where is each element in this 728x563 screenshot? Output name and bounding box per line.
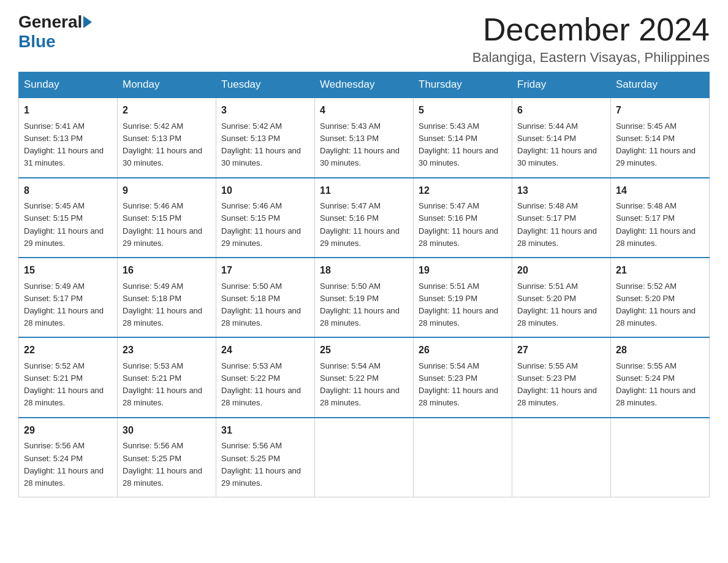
calendar-day-19: 19 Sunrise: 5:51 AMSunset: 5:19 PMDaylig… xyxy=(414,258,512,337)
calendar-day-25: 25 Sunrise: 5:54 AMSunset: 5:22 PMDaylig… xyxy=(315,337,414,417)
day-number: 4 xyxy=(320,103,408,118)
calendar-day-7: 7 Sunrise: 5:45 AMSunset: 5:14 PMDayligh… xyxy=(611,98,710,177)
calendar-week-3: 15 Sunrise: 5:49 AMSunset: 5:17 PMDaylig… xyxy=(19,258,710,337)
day-info: Sunrise: 5:42 AMSunset: 5:13 PMDaylight:… xyxy=(123,121,202,167)
day-info: Sunrise: 5:48 AMSunset: 5:17 PMDaylight:… xyxy=(517,201,597,247)
day-number: 11 xyxy=(320,183,408,199)
empty-cell xyxy=(315,418,414,497)
calendar-day-1: 1 Sunrise: 5:41 AMSunset: 5:13 PMDayligh… xyxy=(19,98,118,177)
day-info: Sunrise: 5:45 AMSunset: 5:15 PMDaylight:… xyxy=(24,201,104,247)
day-number: 18 xyxy=(320,263,408,278)
calendar-week-1: 1 Sunrise: 5:41 AMSunset: 5:13 PMDayligh… xyxy=(19,98,710,177)
calendar-day-9: 9 Sunrise: 5:46 AMSunset: 5:15 PMDayligh… xyxy=(118,178,216,258)
day-number: 5 xyxy=(419,103,507,118)
empty-cell xyxy=(611,418,710,497)
calendar-day-6: 6 Sunrise: 5:44 AMSunset: 5:14 PMDayligh… xyxy=(512,98,611,177)
calendar-day-18: 18 Sunrise: 5:50 AMSunset: 5:19 PMDaylig… xyxy=(315,258,414,337)
weekday-header-tuesday: Tuesday xyxy=(216,72,315,98)
day-number: 17 xyxy=(221,263,309,278)
empty-cell xyxy=(512,418,611,497)
day-number: 31 xyxy=(221,423,309,439)
title-block: December 2024 Balangiga, Eastern Visayas… xyxy=(472,12,710,66)
day-number: 6 xyxy=(517,103,605,118)
day-info: Sunrise: 5:51 AMSunset: 5:20 PMDaylight:… xyxy=(517,282,597,327)
calendar-day-10: 10 Sunrise: 5:46 AMSunset: 5:15 PMDaylig… xyxy=(216,178,315,258)
day-number: 19 xyxy=(419,263,507,278)
day-number: 23 xyxy=(123,343,211,358)
calendar-table: SundayMondayTuesdayWednesdayThursdayFrid… xyxy=(18,72,710,497)
day-number: 26 xyxy=(419,343,507,358)
day-info: Sunrise: 5:47 AMSunset: 5:16 PMDaylight:… xyxy=(419,201,498,247)
calendar-day-16: 16 Sunrise: 5:49 AMSunset: 5:18 PMDaylig… xyxy=(118,258,216,337)
calendar-day-3: 3 Sunrise: 5:42 AMSunset: 5:13 PMDayligh… xyxy=(216,98,315,177)
day-info: Sunrise: 5:54 AMSunset: 5:23 PMDaylight:… xyxy=(419,361,498,407)
calendar-day-15: 15 Sunrise: 5:49 AMSunset: 5:17 PMDaylig… xyxy=(19,258,118,337)
day-info: Sunrise: 5:50 AMSunset: 5:19 PMDaylight:… xyxy=(320,282,400,327)
day-info: Sunrise: 5:46 AMSunset: 5:15 PMDaylight:… xyxy=(123,201,202,247)
day-number: 30 xyxy=(123,423,211,439)
calendar-day-28: 28 Sunrise: 5:55 AMSunset: 5:24 PMDaylig… xyxy=(611,337,710,417)
day-info: Sunrise: 5:43 AMSunset: 5:14 PMDaylight:… xyxy=(419,121,498,167)
day-info: Sunrise: 5:49 AMSunset: 5:17 PMDaylight:… xyxy=(24,282,104,327)
day-number: 7 xyxy=(616,103,704,118)
logo-triangle-icon xyxy=(83,16,92,28)
day-info: Sunrise: 5:43 AMSunset: 5:13 PMDaylight:… xyxy=(320,121,400,167)
day-number: 22 xyxy=(24,343,112,358)
day-number: 12 xyxy=(419,183,507,199)
day-info: Sunrise: 5:56 AMSunset: 5:25 PMDaylight:… xyxy=(221,441,301,487)
calendar-day-27: 27 Sunrise: 5:55 AMSunset: 5:23 PMDaylig… xyxy=(512,337,611,417)
day-info: Sunrise: 5:53 AMSunset: 5:22 PMDaylight:… xyxy=(221,361,301,407)
calendar-day-20: 20 Sunrise: 5:51 AMSunset: 5:20 PMDaylig… xyxy=(512,258,611,337)
calendar-day-24: 24 Sunrise: 5:53 AMSunset: 5:22 PMDaylig… xyxy=(216,337,315,417)
weekday-header-thursday: Thursday xyxy=(414,72,512,98)
day-number: 9 xyxy=(123,183,211,199)
calendar-header-row: SundayMondayTuesdayWednesdayThursdayFrid… xyxy=(19,72,710,98)
day-info: Sunrise: 5:55 AMSunset: 5:23 PMDaylight:… xyxy=(517,361,597,407)
day-number: 8 xyxy=(24,183,112,199)
day-number: 20 xyxy=(517,263,605,278)
logo: General Blue xyxy=(18,12,93,52)
day-info: Sunrise: 5:54 AMSunset: 5:22 PMDaylight:… xyxy=(320,361,400,407)
day-number: 24 xyxy=(221,343,309,358)
day-number: 28 xyxy=(616,343,704,358)
calendar-day-31: 31 Sunrise: 5:56 AMSunset: 5:25 PMDaylig… xyxy=(216,418,315,497)
month-title: December 2024 xyxy=(472,12,710,47)
day-info: Sunrise: 5:51 AMSunset: 5:19 PMDaylight:… xyxy=(419,282,498,327)
page-header: General Blue December 2024 Balangiga, Ea… xyxy=(18,12,710,66)
calendar-day-5: 5 Sunrise: 5:43 AMSunset: 5:14 PMDayligh… xyxy=(414,98,512,177)
day-info: Sunrise: 5:48 AMSunset: 5:17 PMDaylight:… xyxy=(616,201,696,247)
day-info: Sunrise: 5:45 AMSunset: 5:14 PMDaylight:… xyxy=(616,121,696,167)
calendar-week-5: 29 Sunrise: 5:56 AMSunset: 5:24 PMDaylig… xyxy=(19,418,710,497)
day-info: Sunrise: 5:52 AMSunset: 5:20 PMDaylight:… xyxy=(616,282,696,327)
day-info: Sunrise: 5:42 AMSunset: 5:13 PMDaylight:… xyxy=(221,121,301,167)
logo-general-text: General xyxy=(18,12,82,32)
day-number: 2 xyxy=(123,103,211,118)
day-info: Sunrise: 5:52 AMSunset: 5:21 PMDaylight:… xyxy=(24,361,104,407)
day-number: 10 xyxy=(221,183,309,199)
calendar-day-4: 4 Sunrise: 5:43 AMSunset: 5:13 PMDayligh… xyxy=(315,98,414,177)
calendar-week-2: 8 Sunrise: 5:45 AMSunset: 5:15 PMDayligh… xyxy=(19,178,710,258)
day-number: 21 xyxy=(616,263,704,278)
day-number: 15 xyxy=(24,263,112,278)
calendar-day-21: 21 Sunrise: 5:52 AMSunset: 5:20 PMDaylig… xyxy=(611,258,710,337)
weekday-header-wednesday: Wednesday xyxy=(315,72,414,98)
calendar-day-29: 29 Sunrise: 5:56 AMSunset: 5:24 PMDaylig… xyxy=(19,418,118,497)
day-info: Sunrise: 5:53 AMSunset: 5:21 PMDaylight:… xyxy=(123,361,202,407)
calendar-day-12: 12 Sunrise: 5:47 AMSunset: 5:16 PMDaylig… xyxy=(414,178,512,258)
calendar-day-8: 8 Sunrise: 5:45 AMSunset: 5:15 PMDayligh… xyxy=(19,178,118,258)
calendar-day-17: 17 Sunrise: 5:50 AMSunset: 5:18 PMDaylig… xyxy=(216,258,315,337)
empty-cell xyxy=(414,418,512,497)
day-info: Sunrise: 5:56 AMSunset: 5:24 PMDaylight:… xyxy=(24,441,104,487)
day-info: Sunrise: 5:49 AMSunset: 5:18 PMDaylight:… xyxy=(123,282,202,327)
calendar-day-2: 2 Sunrise: 5:42 AMSunset: 5:13 PMDayligh… xyxy=(118,98,216,177)
day-number: 29 xyxy=(24,423,112,439)
day-number: 13 xyxy=(517,183,605,199)
day-number: 1 xyxy=(24,103,112,118)
calendar-day-26: 26 Sunrise: 5:54 AMSunset: 5:23 PMDaylig… xyxy=(414,337,512,417)
day-info: Sunrise: 5:50 AMSunset: 5:18 PMDaylight:… xyxy=(221,282,301,327)
day-number: 16 xyxy=(123,263,211,278)
calendar-day-30: 30 Sunrise: 5:56 AMSunset: 5:25 PMDaylig… xyxy=(118,418,216,497)
weekday-header-sunday: Sunday xyxy=(19,72,118,98)
day-number: 14 xyxy=(616,183,704,199)
day-info: Sunrise: 5:55 AMSunset: 5:24 PMDaylight:… xyxy=(616,361,696,407)
